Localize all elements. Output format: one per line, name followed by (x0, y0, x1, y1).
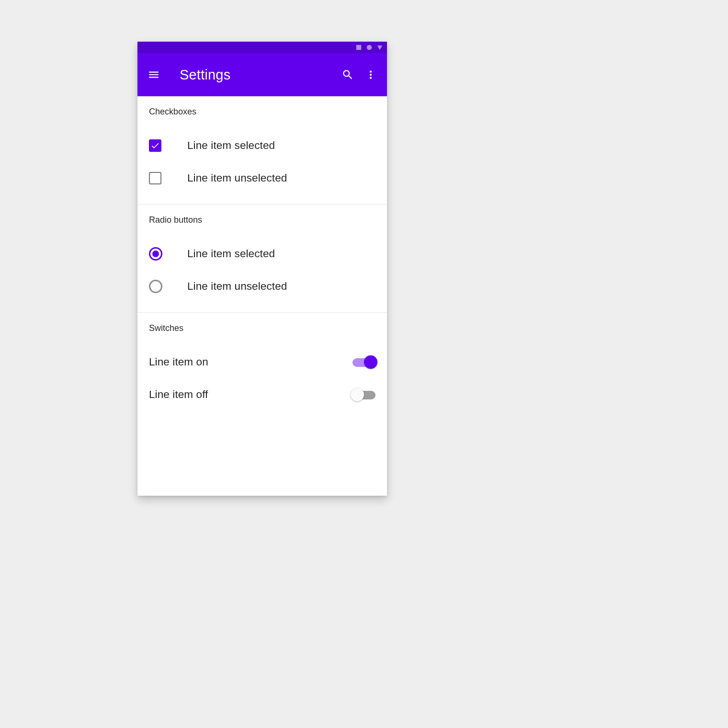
app-title: Settings (180, 67, 336, 83)
radio-label: Line item selected (187, 248, 275, 260)
menu-icon (148, 68, 160, 81)
section-title-switches: Switches (149, 323, 375, 333)
section-title-checkboxes: Checkboxes (149, 107, 375, 117)
app-bar: Settings (137, 53, 387, 96)
radio-row-unselected[interactable]: Line item unselected (149, 270, 375, 303)
status-triangle-icon (376, 44, 383, 51)
section-radios: Radio buttons Line item selected Line it… (137, 205, 387, 313)
switch-thumb (364, 355, 377, 369)
check-icon (150, 141, 160, 150)
switch-off[interactable] (353, 388, 375, 401)
svg-rect-0 (356, 45, 362, 50)
svg-point-1 (367, 45, 372, 50)
svg-marker-2 (377, 46, 383, 50)
checkbox-unchecked[interactable] (149, 172, 161, 184)
menu-button[interactable] (142, 63, 165, 86)
radio-row-selected[interactable]: Line item selected (149, 238, 375, 270)
status-square-icon (355, 44, 362, 51)
switch-row-on[interactable]: Line item on (149, 346, 375, 378)
status-circle-icon (366, 44, 373, 51)
switch-label: Line item off (149, 388, 208, 401)
device-frame: Settings Checkboxes (137, 42, 387, 496)
checkbox-row-selected[interactable]: Line item selected (149, 129, 375, 162)
section-title-radios: Radio buttons (149, 215, 375, 225)
checkbox-checked[interactable] (149, 139, 161, 152)
search-button[interactable] (336, 63, 359, 86)
section-switches: Switches Line item on Line item off (137, 313, 387, 421)
more-vert-icon (364, 68, 377, 81)
switch-thumb (351, 388, 364, 401)
checkbox-label: Line item unselected (187, 172, 287, 184)
checkbox-label: Line item selected (187, 139, 275, 152)
switch-label: Line item on (149, 356, 208, 368)
radio-unselected[interactable] (149, 280, 162, 293)
status-bar (137, 42, 387, 53)
switch-on[interactable] (353, 355, 375, 369)
overflow-button[interactable] (359, 63, 382, 86)
checkbox-row-unselected[interactable]: Line item unselected (149, 162, 375, 194)
switch-row-off[interactable]: Line item off (149, 378, 375, 411)
search-icon (341, 68, 354, 81)
section-checkboxes: Checkboxes Line item selected Line item … (137, 96, 387, 205)
radio-label: Line item unselected (187, 280, 287, 293)
radio-selected[interactable] (149, 247, 162, 261)
